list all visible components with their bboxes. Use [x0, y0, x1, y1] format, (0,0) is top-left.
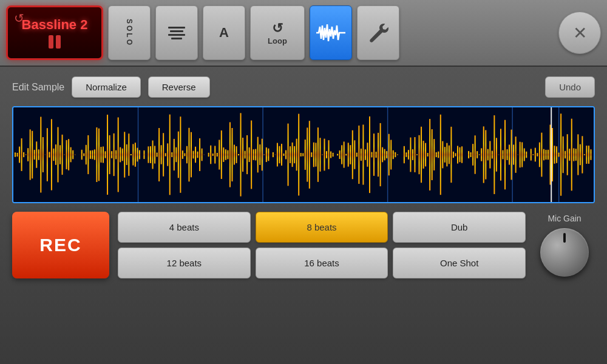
toolbar: ↺ Bassline 2 SOLO A ↺ Loop: [0, 0, 607, 67]
solo-button[interactable]: SOLO: [108, 5, 151, 60]
loop-button[interactable]: ↺ Loop: [250, 5, 305, 60]
beat-grid: 4 beats 8 beats Dub 12 beats 16 beats On…: [118, 212, 526, 278]
waveform-canvas: [13, 107, 594, 202]
close-button[interactable]: ✕: [558, 12, 601, 54]
wrench-icon: [367, 21, 390, 44]
close-icon: ✕: [573, 23, 587, 43]
mic-gain-knob[interactable]: [540, 228, 589, 277]
rec-button[interactable]: REC: [12, 212, 109, 278]
loop-label: Loop: [268, 36, 287, 46]
app-container: ↺ Bassline 2 SOLO A ↺ Loop: [0, 0, 607, 364]
waveform-icon: [316, 22, 345, 44]
knob-body: [540, 228, 589, 277]
mic-gain-section: Mic Gain: [534, 212, 595, 278]
track-name-button[interactable]: ↺ Bassline 2: [6, 5, 103, 60]
beat-btn-8beats[interactable]: 8 beats: [256, 212, 388, 243]
edit-sample-row: Edit Sample Normalize Reverse Undo: [12, 76, 595, 98]
loop-arrow-icon: ↺: [14, 11, 24, 25]
main-area: Edit Sample Normalize Reverse Undo REC 4…: [0, 67, 607, 364]
bottom-controls: REC 4 beats 8 beats Dub 12 beats 16 beat…: [12, 212, 595, 278]
loop-icon: ↺: [272, 21, 283, 36]
waveform-container[interactable]: [12, 106, 595, 203]
lines-icon: [168, 27, 185, 39]
a-button[interactable]: A: [203, 5, 245, 60]
edit-sample-label: Edit Sample: [12, 82, 64, 93]
solo-label: SOLO: [125, 19, 134, 47]
mic-gain-label: Mic Gain: [548, 214, 581, 223]
waveform-button[interactable]: [310, 5, 352, 60]
beat-btn-16beats[interactable]: 16 beats: [256, 248, 388, 278]
a-label: A: [219, 25, 229, 41]
beat-btn-4beats[interactable]: 4 beats: [118, 212, 251, 243]
wrench-button[interactable]: [357, 5, 399, 60]
normalize-button[interactable]: Normalize: [72, 76, 141, 98]
beat-btn-12beats[interactable]: 12 beats: [118, 248, 251, 278]
undo-button[interactable]: Undo: [545, 76, 595, 98]
knob-marker: [563, 233, 566, 243]
beat-btn-oneshot[interactable]: One Shot: [393, 248, 526, 278]
track-name-label: Bassline 2: [22, 17, 88, 33]
reverse-button[interactable]: Reverse: [148, 76, 210, 98]
pause-icon: [49, 35, 61, 49]
lines-button[interactable]: [155, 5, 198, 60]
beat-btn-dub[interactable]: Dub: [393, 212, 526, 243]
